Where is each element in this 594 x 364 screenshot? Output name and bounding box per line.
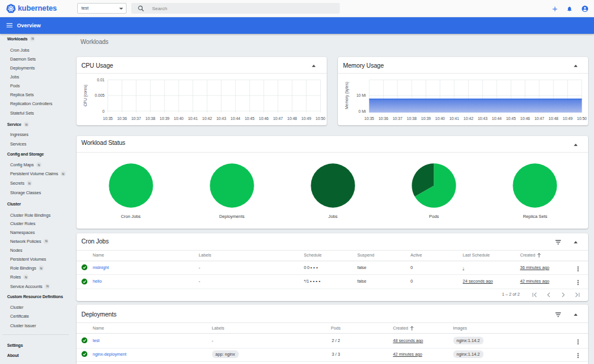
svg-text:10:41: 10:41 (188, 116, 198, 121)
svg-text:10:43: 10:43 (216, 116, 226, 121)
svg-text:10:41: 10:41 (449, 116, 459, 121)
svg-text:10:49: 10:49 (563, 116, 573, 121)
svg-text:10:44: 10:44 (230, 116, 241, 121)
svg-text:10:47: 10:47 (273, 116, 283, 121)
svg-text:10:40: 10:40 (435, 116, 446, 121)
svg-text:10:38: 10:38 (407, 116, 417, 121)
svg-text:10:50: 10:50 (315, 116, 326, 121)
svg-text:10:46: 10:46 (258, 116, 268, 121)
svg-text:0.005: 0.005 (94, 93, 105, 97)
svg-text:10:48: 10:48 (549, 116, 559, 121)
svg-text:10:35: 10:35 (103, 116, 113, 121)
svg-text:10:39: 10:39 (421, 116, 431, 121)
svg-text:10:42: 10:42 (202, 116, 212, 121)
svg-text:Memory (bytes): Memory (bytes) (345, 82, 349, 109)
svg-text:10:38: 10:38 (145, 116, 155, 121)
svg-text:10:35: 10:35 (364, 116, 374, 121)
svg-text:CPU (cores): CPU (cores) (83, 85, 87, 106)
svg-text:0 Mi: 0 Mi (359, 109, 366, 113)
svg-text:0: 0 (102, 109, 105, 113)
svg-text:10:44: 10:44 (492, 116, 502, 121)
svg-text:10 Mi: 10 Mi (356, 93, 366, 97)
svg-text:10:46: 10:46 (520, 116, 530, 121)
svg-text:10:39: 10:39 (159, 116, 169, 121)
svg-text:10:36: 10:36 (117, 116, 127, 121)
svg-text:10:45: 10:45 (506, 116, 516, 121)
svg-text:10:40: 10:40 (173, 116, 184, 121)
svg-text:10:45: 10:45 (244, 116, 254, 121)
svg-text:10:37: 10:37 (131, 116, 141, 121)
svg-text:0.01: 0.01 (97, 78, 105, 82)
svg-text:10:36: 10:36 (378, 116, 388, 121)
svg-text:10:43: 10:43 (478, 116, 488, 121)
svg-text:10:47: 10:47 (535, 116, 545, 121)
svg-text:10:50: 10:50 (577, 116, 587, 121)
svg-text:10:42: 10:42 (463, 116, 473, 121)
svg-text:10:49: 10:49 (301, 116, 311, 121)
svg-text:10:37: 10:37 (393, 116, 403, 121)
svg-text:10:48: 10:48 (287, 116, 297, 121)
